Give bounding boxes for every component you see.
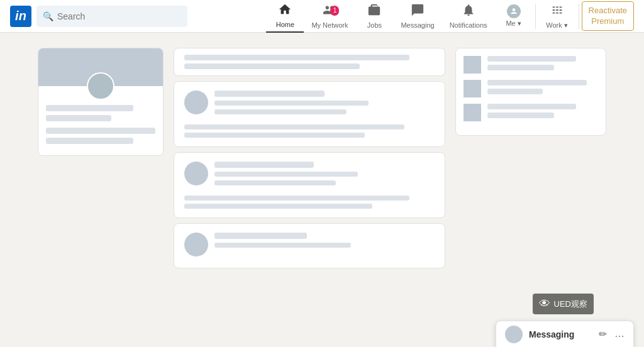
svg-point-0: [512, 8, 515, 11]
nav-divider: [535, 4, 536, 29]
nav-item-jobs[interactable]: Jobs: [355, 0, 393, 33]
skel-line: [214, 91, 325, 97]
post-3-body: [184, 196, 435, 209]
nav-item-messaging[interactable]: Messaging: [393, 0, 441, 33]
messaging-bar[interactable]: Messaging ✏ …: [496, 321, 634, 347]
jobs-icon: [367, 3, 381, 20]
profile-avatar: [87, 72, 114, 100]
post-3-meta: [214, 162, 435, 189]
skel-line: [214, 101, 369, 106]
right-item-2: [464, 80, 598, 97]
nav-divider-2: [579, 4, 579, 29]
center-feed: [174, 48, 445, 332]
post-4-avatar: [184, 233, 208, 256]
post-card-4: [174, 223, 445, 268]
post-3-avatar: [184, 162, 208, 185]
right-item-1: [464, 56, 598, 74]
post-2-body: [184, 124, 435, 138]
post-4-header: [184, 233, 435, 256]
skel-line: [184, 124, 404, 129]
right-thumb-2: [464, 80, 481, 97]
skel-line: [184, 55, 409, 60]
nav-label-jobs: Jobs: [367, 21, 382, 29]
skel-line: [487, 80, 587, 85]
search-bar[interactable]: 🔍: [36, 6, 187, 27]
nav-label-home: Home: [276, 21, 294, 28]
compose-icon[interactable]: ✏: [599, 328, 607, 340]
nav-item-home[interactable]: Home: [266, 0, 304, 33]
post-4-meta: [214, 233, 435, 251]
network-icon: 1: [323, 3, 336, 20]
post-card-2: [174, 81, 445, 147]
right-card: [455, 48, 606, 136]
nav-label-work: Work ▾: [546, 21, 568, 30]
post-2-meta: [214, 91, 435, 118]
right-sidebar: [455, 48, 606, 332]
skel-line: [184, 133, 365, 138]
profile-line1: [46, 128, 155, 134]
nav-label-notifications: Notifications: [450, 21, 487, 29]
skel-line: [487, 56, 576, 62]
profile-card: [38, 48, 164, 156]
skel-line: [214, 109, 347, 114]
nav-item-notifications[interactable]: Notifications: [442, 0, 495, 33]
skel-line: [487, 113, 554, 118]
me-icon: [507, 4, 521, 18]
right-lines-2: [487, 80, 598, 97]
right-item-3: [464, 104, 598, 121]
post-2-avatar: [184, 91, 208, 114]
skel-line: [487, 65, 554, 70]
post-1-body: [184, 55, 435, 69]
network-badge: 1: [330, 6, 339, 16]
search-icon: 🔍: [43, 11, 53, 21]
nav-item-work[interactable]: Work ▾: [538, 0, 576, 33]
skel-line: [184, 63, 360, 69]
right-lines-3: [487, 104, 598, 121]
profile-line2: [46, 138, 133, 144]
more-icon[interactable]: …: [614, 328, 625, 340]
nav-item-network[interactable]: 1 My Network: [304, 0, 355, 33]
skel-line: [184, 204, 372, 209]
watermark-text: UED观察: [554, 299, 587, 310]
skel-line: [214, 162, 314, 168]
right-thumb-3: [464, 104, 481, 121]
messaging-avatar: [505, 326, 523, 343]
logo-text: in: [15, 9, 26, 23]
nav-label-network: My Network: [311, 21, 348, 29]
post-card-1: [174, 48, 445, 76]
skel-line: [214, 172, 358, 177]
post-2-header: [184, 91, 435, 118]
skel-line: [214, 233, 307, 239]
profile-avatar-wrap: [38, 72, 163, 100]
notifications-icon: [462, 3, 475, 20]
nav-item-me[interactable]: Me ▾: [495, 0, 533, 33]
post-3-header: [184, 162, 435, 189]
messaging-actions: ✏ …: [599, 328, 625, 340]
skel-line: [487, 89, 543, 94]
nav-label-me: Me ▾: [506, 19, 521, 28]
linkedin-logo[interactable]: in: [10, 6, 31, 27]
skel-line: [214, 243, 351, 248]
right-thumb-1: [464, 56, 481, 74]
messaging-icon: [411, 3, 425, 20]
messaging-label: Messaging: [529, 329, 592, 339]
nav-label-messaging: Messaging: [401, 21, 434, 29]
skel-line: [487, 104, 576, 109]
navbar: in 🔍 Home 1 My Network Jobs: [0, 0, 644, 33]
profile-title-skel: [46, 115, 111, 121]
premium-button[interactable]: ReactivatePremium: [582, 1, 634, 31]
home-icon: [278, 3, 292, 19]
work-icon: [550, 3, 564, 20]
profile-name-skel: [46, 105, 133, 111]
watermark: 👁 UED观察: [533, 294, 594, 314]
watermark-icon: 👁: [539, 297, 550, 311]
skel-line: [214, 180, 336, 185]
left-sidebar: [38, 48, 164, 332]
skel-line: [184, 196, 409, 201]
nav-items: Home 1 My Network Jobs Messaging: [266, 0, 634, 33]
right-lines-1: [487, 56, 598, 74]
post-card-3: [174, 152, 445, 218]
profile-skeleton: [38, 100, 163, 155]
search-input[interactable]: [57, 11, 181, 21]
